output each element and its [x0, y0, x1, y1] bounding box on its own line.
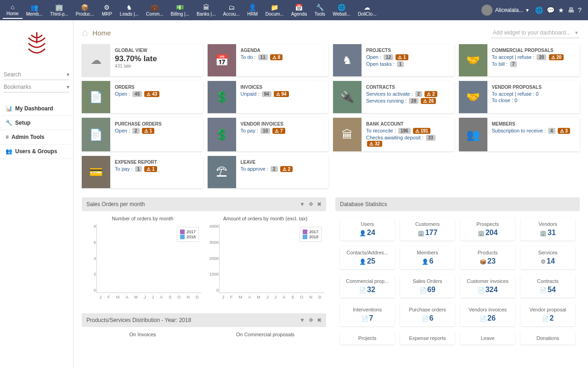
page-title: Home: [92, 29, 111, 37]
nav-produc[interactable]: 📦Produc...: [72, 2, 98, 18]
card-members[interactable]: 👥MEMBERSSubscription to receive : 4 ⚠ 3: [459, 118, 580, 151]
nav-memb[interactable]: 👥Memb...: [23, 2, 46, 18]
globe-icon[interactable]: 🌐: [535, 6, 543, 14]
stat-members[interactable]: Members👤6: [400, 246, 455, 269]
move-icon[interactable]: ✥: [309, 201, 313, 207]
nav-accou[interactable]: 🗂Accou...: [220, 2, 243, 18]
sidebar-item-usersgroups[interactable]: 👥Users & Groups: [0, 144, 73, 159]
card-global[interactable]: ☁GLOBAL VIEW93.70% late431 late: [82, 44, 203, 76]
stat-contracts[interactable]: Contracts📄54: [520, 275, 575, 298]
stat-services[interactable]: Services⚙14: [520, 246, 575, 269]
user-menu[interactable]: Alicealala...▾: [479, 5, 531, 16]
chart-subtitle: On Commercial proposals: [206, 332, 324, 337]
stat-interventions[interactable]: Interventions📄7: [340, 303, 395, 326]
nav-banks[interactable]: 🏛Banks |...: [193, 2, 220, 18]
nav-tools[interactable]: 🔧Tools: [311, 2, 329, 18]
chat-icon[interactable]: 💬: [547, 6, 554, 14]
stat-leave[interactable]: Leave: [460, 332, 515, 345]
nav-thirdp[interactable]: 🏢Third-p...: [46, 2, 72, 18]
sidebar-item-setup[interactable]: 🔧Setup: [0, 116, 73, 130]
nav-mrp[interactable]: ⚙MRP: [98, 2, 116, 18]
nav-agenda[interactable]: 📅Agenda: [288, 2, 311, 18]
card-commprop[interactable]: 🤝COMMERCIAL PROPOSALSTo accept | refuse …: [459, 44, 580, 76]
nav-comm[interactable]: 💼Comm...: [142, 2, 167, 18]
filter-icon[interactable]: ▼: [300, 201, 305, 207]
stat-vendors[interactable]: Vendors🏢31: [520, 218, 575, 241]
panel-title: Products/Services Distribution - Year: 2…: [86, 317, 191, 323]
top-nav: ⌂Home👥Memb...🏢Third-p...📦Produc...⚙MRP♞L…: [0, 0, 588, 20]
database-stats-panel: Database Statistics Users👤24Customers🏢17…: [335, 197, 580, 351]
sidebar-item-admintools[interactable]: ≡Admin Tools: [0, 130, 73, 144]
nav-docum[interactable]: 📁Docum...: [262, 2, 288, 18]
move-icon[interactable]: ✥: [309, 317, 313, 323]
nav-home[interactable]: ⌂Home: [3, 1, 23, 19]
stat-customers[interactable]: Customers🏢177: [400, 218, 455, 241]
search-input[interactable]: Search▾: [4, 69, 69, 80]
stat-customerinvoices[interactable]: Customer invoices📄324: [460, 275, 515, 298]
stat-products[interactable]: Products📦23: [460, 246, 515, 269]
card-expense[interactable]: 💳EXPENSE REPORTTo pay : 1 ⚠ 1: [82, 156, 203, 188]
panel-title: Sales Orders per month: [86, 201, 145, 207]
card-agenda[interactable]: 📅AGENDATo do : 11 ⚠ 8: [208, 44, 329, 76]
sales-orders-panel: Sales Orders per month ▼ ✥ ✖ Number of o…: [82, 197, 326, 351]
nav-doliclo[interactable]: ☁DoliClo...: [354, 2, 380, 18]
help-icon[interactable]: ?: [578, 6, 582, 14]
nav-leads[interactable]: ♞Leads |...: [116, 2, 142, 18]
add-widget-dropdown[interactable]: Add widget to your dashboard...: [491, 28, 580, 38]
sidebar: Search▾ Bookmarks▾ 📊My Dashboard🔧Setup≡A…: [0, 20, 74, 368]
nav-billing[interactable]: 💵Billing |...: [167, 2, 193, 18]
card-vendorprop[interactable]: 🤝VENDOR PROPOSALSTo accept | refuse : 0T…: [459, 81, 580, 113]
close-icon[interactable]: ✖: [317, 201, 322, 207]
stat-users[interactable]: Users👤24: [340, 218, 395, 241]
stat-donations[interactable]: Donations: [520, 332, 575, 345]
stat-purchaseorders[interactable]: Purchase orders📄6: [400, 303, 455, 326]
stat-commercialprop[interactable]: Commercial prop...📄32: [340, 275, 395, 298]
stat-projects[interactable]: Projects: [340, 332, 395, 345]
card-contracts[interactable]: 🔌CONTRACTSServices to activate : 2 ⚠ 2Se…: [333, 81, 454, 113]
stat-vendorproposal[interactable]: Vendor proposal📄2: [520, 303, 575, 326]
bookmarks-dropdown[interactable]: Bookmarks▾: [4, 82, 69, 92]
sidebar-item-mydashboard[interactable]: 📊My Dashboard: [0, 102, 73, 116]
print-icon[interactable]: 🖶: [568, 6, 574, 14]
home-icon: ⌂: [82, 27, 88, 39]
stat-salesorders[interactable]: Sales Orders📄69: [400, 275, 455, 298]
star-icon[interactable]: ★: [558, 6, 564, 14]
stat-prospects[interactable]: Prospects🏢204: [460, 218, 515, 241]
chart-subtitle: On Invoices: [84, 332, 202, 337]
stat-vendorsinvoices[interactable]: Vendors invoices📄26: [460, 303, 515, 326]
filter-icon[interactable]: ▼: [300, 317, 305, 323]
nav-hrm[interactable]: 👤HRM: [243, 2, 262, 18]
card-orders[interactable]: 📄ORDERSOpen : 45 ⚠ 43: [82, 81, 203, 113]
stat-contactsaddres[interactable]: Contacts/Addres...👤25: [340, 246, 395, 269]
card-po[interactable]: 📄PURCHASE ORDERSOpen : 2 ⚠ 1: [82, 118, 203, 151]
card-projects[interactable]: ♞PROJECTSOpen : 12 ⚠ 1Open tasks : 1: [333, 44, 454, 76]
nav-websit[interactable]: 🌐Websit...: [329, 2, 354, 18]
chart-0: Number of orders by month8642020172018JF…: [84, 216, 202, 299]
card-vendorinv[interactable]: 💲VENDOR INVOICESTo pay : 10 ⚠ 7: [208, 118, 329, 151]
logo: [0, 25, 73, 68]
panel-title: Database Statistics: [340, 201, 387, 207]
stat-expensereports[interactable]: Expense reports: [400, 332, 455, 345]
chart-1: Amount of orders by month (excl. tax)400…: [206, 216, 324, 299]
avatar: [481, 5, 492, 16]
close-icon[interactable]: ✖: [317, 317, 322, 323]
card-invoices[interactable]: 💲INVOICESUnpaid : 94 ⚠ 94: [208, 81, 329, 113]
main-content: ⌂ Home Add widget to your dashboard... ☁…: [74, 20, 588, 368]
card-bank[interactable]: 🏛BANK ACCOUNTTo reconcile : 196 ⚠ 191Che…: [333, 118, 454, 151]
card-leave[interactable]: ⛱LEAVETo approve : 2 ⚠ 2: [208, 156, 329, 188]
